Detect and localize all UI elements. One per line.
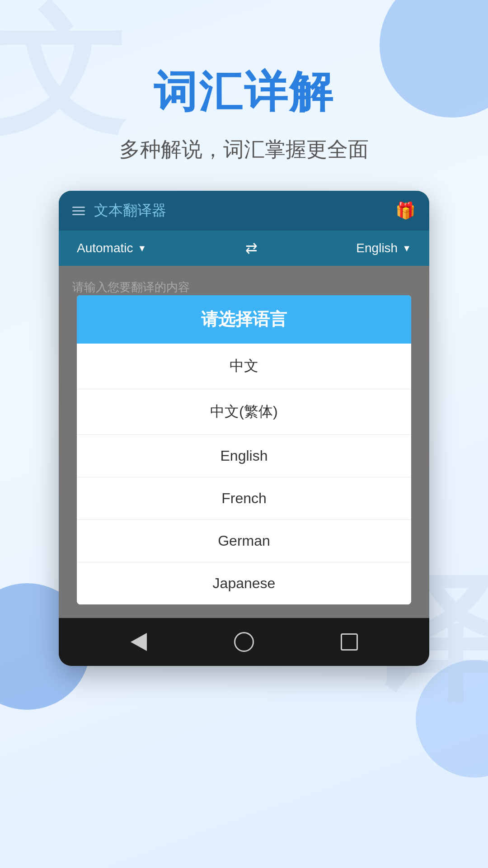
lang-option-english[interactable]: English [77,435,411,477]
lang-option-chinese[interactable]: 中文 [77,344,411,389]
target-lang-dropdown-arrow: ▼ [402,243,411,254]
gift-icon[interactable]: 🎁 [395,201,416,220]
dialog-title: 请选择语言 [201,310,287,329]
lang-option-japanese[interactable]: Japanese [77,562,411,604]
recents-square-icon [341,633,358,651]
source-lang-dropdown-arrow: ▼ [138,243,147,254]
phone-mockup: 文本翻译器 🎁 Automatic ▼ ⇄ English ▼ 请输入您要翻译的… [59,191,429,666]
subtitle: 多种解说，词汇掌握更全面 [0,136,488,164]
bottom-nav [59,618,429,666]
app-toolbar: 文本翻译器 🎁 [59,191,429,231]
app-title: 文本翻译器 [94,201,166,221]
lang-option-german[interactable]: German [77,520,411,562]
target-lang-button[interactable]: English ▼ [356,241,411,255]
hamburger-icon[interactable] [72,207,85,215]
swap-languages-button[interactable]: ⇄ [245,240,258,257]
header-section: 词汇详解 多种解说，词汇掌握更全面 [0,0,488,191]
target-lang-label: English [356,241,398,255]
back-arrow-icon [131,633,147,651]
content-area: 请输入您要翻译的内容 请选择语言 中文 中文(繁体) English Frenc… [59,266,429,618]
source-lang-button[interactable]: Automatic ▼ [77,241,146,255]
language-select-dialog: 请选择语言 中文 中文(繁体) English French German Ja… [77,295,411,604]
lang-selector-bar: Automatic ▼ ⇄ English ▼ [59,231,429,266]
toolbar-left: 文本翻译器 [72,201,166,221]
home-circle-icon [234,632,254,652]
nav-recents-button[interactable] [338,631,361,653]
lang-option-french[interactable]: French [77,477,411,520]
nav-home-button[interactable] [233,631,255,653]
main-title: 词汇详解 [0,63,488,122]
nav-back-button[interactable] [127,631,150,653]
input-placeholder: 请输入您要翻译的内容 [72,279,416,295]
dialog-header: 请选择语言 [77,295,411,344]
lang-option-chinese-traditional[interactable]: 中文(繁体) [77,389,411,435]
dialog-body: 中文 中文(繁体) English French German Japanese [77,344,411,604]
source-lang-label: Automatic [77,241,133,255]
